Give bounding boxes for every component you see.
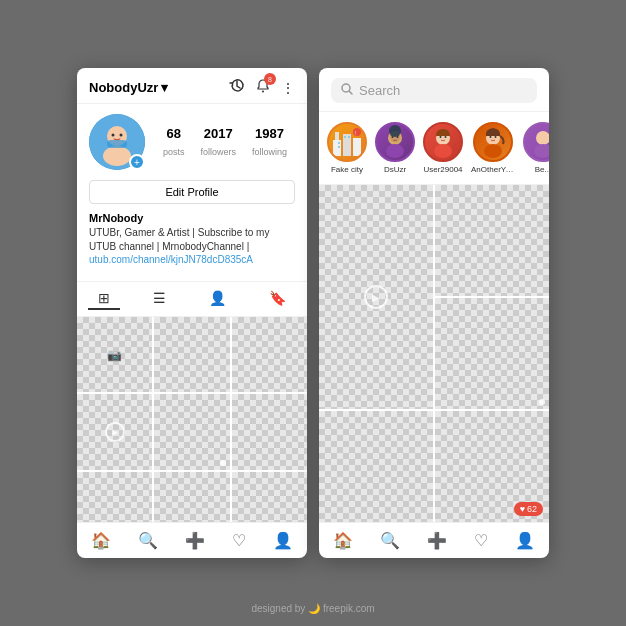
add-story-button[interactable]: +	[129, 154, 145, 170]
right-cell-5[interactable]: ♥ 62	[435, 411, 549, 522]
story-label-another: AnOtherYouser	[471, 165, 515, 174]
photo-cell-3[interactable]	[232, 317, 307, 392]
search-bar[interactable]: Search	[331, 78, 537, 103]
profile-top: + 68 posts 2017 followers 1987 following	[89, 114, 295, 170]
svg-rect-14	[338, 146, 340, 148]
svg-rect-16	[348, 136, 350, 138]
right-cell-large[interactable]: ▶	[319, 185, 433, 409]
followers-count: 2017	[200, 126, 236, 141]
like-count: 62	[527, 504, 537, 514]
svg-point-30	[490, 136, 492, 138]
avatar-wrapper: +	[89, 114, 145, 170]
left-phone: NobodyUzr ▾ 8 ⋮	[77, 68, 307, 558]
content-tabs: ⊞ ☰ 👤 🔖	[77, 281, 307, 317]
right-photo-grid: ▶ ♥ 62	[319, 185, 549, 522]
right-nav-heart[interactable]: ♡	[474, 531, 488, 550]
svg-rect-13	[338, 142, 340, 144]
following-count: 1987	[252, 126, 287, 141]
nav-profile[interactable]: 👤	[273, 531, 293, 550]
story-another[interactable]: AnOtherYouser	[471, 122, 515, 174]
photo-cell-6[interactable]	[232, 394, 307, 469]
following-label: following	[252, 147, 287, 157]
svg-point-32	[484, 144, 502, 158]
left-header: NobodyUzr ▾ 8 ⋮	[77, 68, 307, 104]
posts-count: 68	[163, 126, 185, 141]
svg-point-31	[495, 136, 497, 138]
play-icon: ▶	[105, 422, 125, 442]
followers-label: followers	[200, 147, 236, 157]
photo-cell-8[interactable]	[154, 472, 229, 522]
story-label-be: Be...	[535, 165, 549, 174]
followers-stat: 2017 followers	[200, 126, 236, 159]
right-phone: Search	[319, 68, 549, 558]
notification-count: 8	[264, 73, 276, 85]
bio-text: UTUBr, Gamer & Artist | Subscribe to my …	[89, 226, 295, 254]
story-dsuzr[interactable]: DsUzr	[375, 122, 415, 174]
story-avatar-user29004	[423, 122, 463, 162]
right-nav-search[interactable]: 🔍	[380, 531, 400, 550]
photo-cell-4[interactable]: ▶	[77, 394, 152, 469]
right-header: Search	[319, 68, 549, 112]
right-cell-3[interactable]	[435, 298, 549, 409]
svg-point-5	[120, 134, 123, 137]
story-avatar-another	[473, 122, 513, 162]
svg-text:!: !	[355, 130, 356, 136]
photo-cell-2[interactable]	[154, 317, 229, 392]
nav-heart[interactable]: ♡	[232, 531, 246, 550]
nav-add[interactable]: ➕	[185, 531, 205, 550]
dot-icon-2	[539, 399, 545, 405]
bottom-nav: 🏠 🔍 ➕ ♡ 👤	[77, 522, 307, 558]
dropdown-icon[interactable]: ▾	[161, 80, 168, 95]
svg-point-26	[440, 136, 442, 138]
svg-rect-15	[344, 136, 346, 138]
right-cell-2[interactable]	[435, 185, 549, 296]
bio-link[interactable]: utub.com/channel/kjnJN78dcD835cA	[89, 254, 295, 265]
more-icon[interactable]: ⋮	[281, 80, 295, 96]
nav-home[interactable]: 🏠	[91, 531, 111, 550]
right-bottom-nav: 🏠 🔍 ➕ ♡ 👤	[319, 522, 549, 558]
photo-cell-7[interactable]	[77, 472, 152, 522]
nav-search[interactable]: 🔍	[138, 531, 158, 550]
right-nav-add[interactable]: ➕	[427, 531, 447, 550]
story-avatar-fake-city: !	[327, 122, 367, 162]
right-nav-profile[interactable]: 👤	[515, 531, 535, 550]
notifications-icon[interactable]: 8	[255, 78, 271, 97]
like-badge: ♥ 62	[514, 502, 543, 516]
stories-row: ! Fake city	[319, 112, 549, 185]
story-be[interactable]: Be...	[523, 122, 549, 174]
svg-point-27	[445, 136, 447, 138]
photo-cell-1[interactable]: 📷	[77, 317, 152, 392]
search-icon	[341, 83, 353, 98]
header-icons: 8 ⋮	[229, 78, 295, 97]
heart-icon: ♥	[520, 504, 525, 514]
svg-point-4	[112, 134, 115, 137]
svg-point-24	[389, 125, 401, 137]
saved-tab[interactable]: 🔖	[259, 288, 296, 310]
history-icon[interactable]	[229, 78, 245, 97]
story-avatar-dsuzr	[375, 122, 415, 162]
posts-label: posts	[163, 147, 185, 157]
photo-cell-5[interactable]	[154, 394, 229, 469]
play-icon-large: ▶	[364, 285, 388, 309]
following-stat: 1987 following	[252, 126, 287, 159]
svg-point-23	[386, 144, 404, 158]
svg-point-33	[536, 131, 549, 145]
story-avatar-be	[523, 122, 549, 162]
story-fake-city[interactable]: ! Fake city	[327, 122, 367, 174]
svg-point-3	[103, 146, 131, 166]
story-label-dsuzr: DsUzr	[384, 165, 406, 174]
story-label-fake-city: Fake city	[331, 165, 363, 174]
tagged-tab[interactable]: 👤	[199, 288, 236, 310]
stats-row: 68 posts 2017 followers 1987 following	[155, 126, 295, 159]
search-placeholder: Search	[359, 83, 400, 98]
list-tab[interactable]: ☰	[143, 288, 176, 310]
dot-indicator	[220, 460, 226, 466]
grid-tab[interactable]: ⊞	[88, 288, 120, 310]
story-user29004[interactable]: User29004	[423, 122, 463, 174]
edit-profile-button[interactable]: Edit Profile	[89, 180, 295, 204]
photo-cell-9[interactable]	[232, 472, 307, 522]
right-nav-home[interactable]: 🏠	[333, 531, 353, 550]
svg-point-0	[262, 91, 264, 93]
photo-grid: 📷 ▶	[77, 317, 307, 522]
right-cell-4[interactable]	[319, 411, 433, 522]
